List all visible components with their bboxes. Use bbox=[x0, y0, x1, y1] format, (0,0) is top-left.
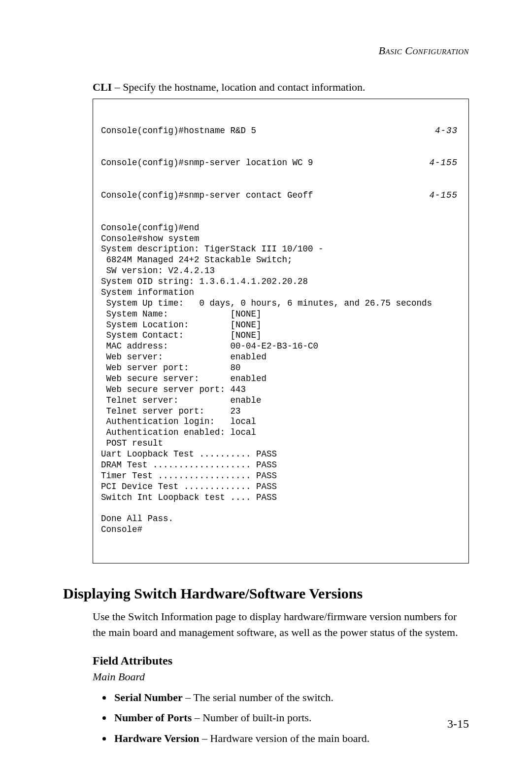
attr-desc: – Number of built-in ports. bbox=[192, 711, 311, 724]
page: Basic Configuration CLI – Specify the ho… bbox=[0, 0, 532, 774]
running-head: Basic Configuration bbox=[63, 44, 469, 57]
cli-line: Console(config)#snmp-server contact Geof… bbox=[101, 190, 461, 201]
field-attributes-heading: Field Attributes bbox=[93, 654, 469, 668]
cli-intro-lead: CLI bbox=[93, 81, 112, 93]
cli-line-ref: 4-155 bbox=[429, 190, 461, 201]
attr-term: Serial Number bbox=[114, 691, 183, 704]
list-item: Hardware Version – Hardware version of t… bbox=[112, 728, 469, 749]
page-number: 3-15 bbox=[447, 717, 469, 731]
cli-body: Console(config)#end Console#show system … bbox=[101, 223, 461, 535]
section-heading: Displaying Switch Hardware/Software Vers… bbox=[63, 585, 469, 602]
cli-line-text: Console(config)#snmp-server contact Geof… bbox=[101, 190, 313, 201]
attr-term: Number of Ports bbox=[114, 711, 192, 724]
section-body: Use the Switch Information page to displ… bbox=[93, 609, 469, 640]
attr-desc: – The serial number of the switch. bbox=[183, 691, 333, 704]
cli-line-ref: 4-33 bbox=[435, 126, 461, 137]
cli-intro-rest: – Specify the hostname, location and con… bbox=[112, 81, 365, 93]
list-item: Serial Number – The serial number of the… bbox=[112, 687, 469, 708]
attribute-list: Serial Number – The serial number of the… bbox=[100, 687, 469, 749]
list-item: Number of Ports – Number of built-in por… bbox=[112, 707, 469, 728]
cli-line: Console(config)#snmp-server location WC … bbox=[101, 158, 461, 169]
cli-line-ref: 4-155 bbox=[429, 158, 461, 169]
cli-line-text: Console(config)#hostname R&D 5 bbox=[101, 126, 256, 137]
cli-intro: CLI – Specify the hostname, location and… bbox=[93, 81, 469, 94]
attr-term: Hardware Version bbox=[114, 732, 200, 744]
cli-output-box: Console(config)#hostname R&D 5 4-33 Cons… bbox=[93, 99, 469, 563]
cli-line: Console(config)#hostname R&D 5 4-33 bbox=[101, 126, 461, 137]
attribute-group-label: Main Board bbox=[93, 670, 469, 683]
attr-desc: – Hardware version of the main board. bbox=[200, 732, 370, 744]
cli-line-text: Console(config)#snmp-server location WC … bbox=[101, 158, 313, 169]
